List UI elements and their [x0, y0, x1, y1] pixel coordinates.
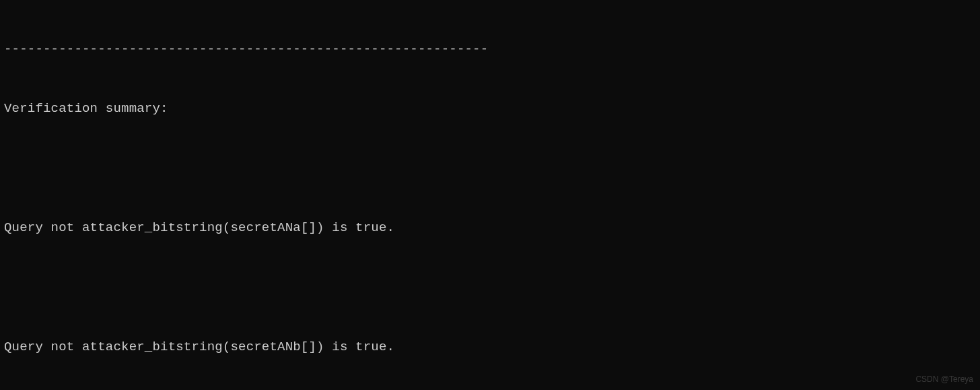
query-result-line: Query not attacker_bitstring(secretANb[]… [4, 337, 976, 358]
verification-heading: Verification summary: [4, 99, 976, 119]
blank-line [4, 278, 976, 298]
query-result-line: Query not attacker_bitstring(secretANa[]… [4, 218, 976, 238]
blank-line [4, 159, 976, 179]
terminal-output: ----------------------------------------… [4, 0, 976, 390]
watermark-text: CSDN @Tereya [915, 373, 973, 386]
separator-line: ----------------------------------------… [4, 40, 976, 60]
